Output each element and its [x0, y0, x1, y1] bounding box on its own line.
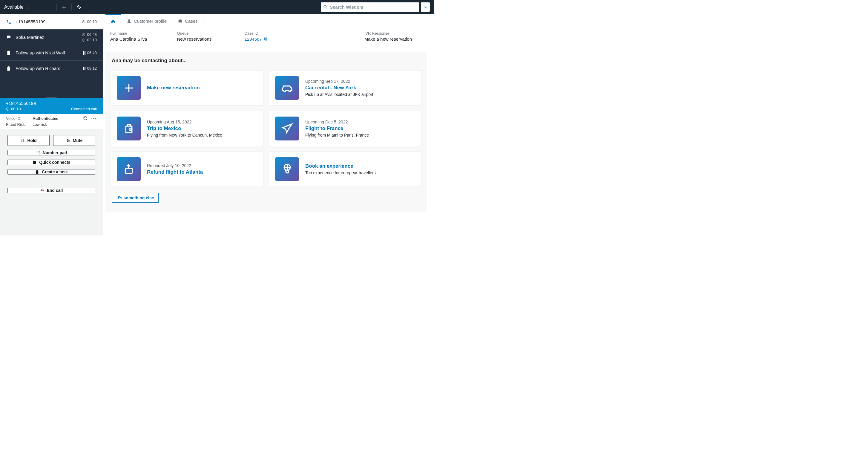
- search-icon: [323, 5, 328, 9]
- wisdom-search-input[interactable]: [330, 4, 417, 9]
- customer-header: Full name Ana Carolina Silva Queue New r…: [103, 28, 434, 46]
- home-icon: [111, 19, 116, 24]
- pause-icon: [20, 138, 25, 143]
- connected-status: Connected call: [71, 107, 97, 111]
- card-title: Refund flight to Atlanta: [147, 169, 203, 175]
- card-title: Book an experience: [305, 163, 376, 169]
- contact-time: 06:43: [87, 51, 97, 55]
- tab-label: Cases: [185, 19, 198, 24]
- tabbar: Customer profile Cases: [103, 14, 434, 28]
- full-name-value: Ana Carolina Silva: [110, 36, 147, 41]
- svg-point-5: [38, 151, 38, 152]
- tab-label: Customer profile: [134, 19, 167, 24]
- svg-rect-15: [265, 38, 267, 40]
- settings-button[interactable]: [76, 4, 83, 10]
- clock-icon: [6, 107, 9, 111]
- panel-resize-handle[interactable]: [0, 76, 103, 98]
- tab-home[interactable]: [105, 14, 121, 28]
- contact-time-2: 02:10: [87, 38, 97, 42]
- voice-id-label: Voice ID:: [6, 116, 30, 121]
- plane-icon: [275, 117, 299, 141]
- pause-icon: [83, 51, 86, 55]
- more-icon[interactable]: ···: [91, 116, 97, 121]
- card-pre: Upcoming Aug 15, 2022: [147, 120, 222, 124]
- card-title: Flight to France: [305, 125, 369, 131]
- tab-cases[interactable]: Cases: [172, 14, 204, 28]
- mute-button[interactable]: Mute: [53, 135, 95, 146]
- wisdom-search-dropdown[interactable]: [421, 2, 430, 12]
- svg-point-11: [38, 154, 38, 154]
- voice-id-value: Authenticated: [33, 116, 59, 121]
- contact-row-task[interactable]: Follow up with Nikki Wolf 06:43: [0, 45, 103, 61]
- suggestion-card-refund-atlanta[interactable]: Refunded July 10, 2022 Refund flight to …: [111, 151, 264, 187]
- fraud-risk-value: Low risk: [33, 122, 47, 127]
- plus-icon: [117, 76, 141, 100]
- sidebar: +19145550199 00:10 Sofia Martinez 06:43 …: [0, 14, 103, 235]
- contact-time: 06:43: [87, 32, 97, 37]
- call-controls: Hold Mute Number pad Quick connects: [0, 129, 103, 199]
- quickconnects-button[interactable]: Quick connects: [7, 159, 95, 165]
- queue-label: Queue: [177, 31, 212, 35]
- connected-number: +19145550199: [6, 101, 97, 106]
- suggestion-card-trip-mexico[interactable]: Upcoming Aug 15, 2022 Trip to Mexico Fly…: [111, 111, 264, 146]
- clock-icon: [82, 20, 86, 24]
- quickconnects-label: Quick connects: [39, 160, 70, 165]
- chat-icon: [6, 35, 11, 40]
- suggestion-card-new-reservation[interactable]: Make new reservation: [111, 70, 264, 106]
- case-id-link[interactable]: 1234567: [244, 36, 267, 41]
- suggestions-panel: Ana may be contacting about... Make new …: [105, 52, 427, 212]
- svg-point-9: [39, 152, 40, 153]
- chevron-down-icon: ⌄: [26, 5, 30, 9]
- contact-row-task[interactable]: Follow up with Richard 08:12: [0, 61, 103, 76]
- contact-row-active-call[interactable]: +19145550199 00:10: [0, 14, 103, 30]
- tab-customer-profile[interactable]: Customer profile: [121, 14, 172, 28]
- contact-list: +19145550199 00:10 Sofia Martinez 06:43 …: [0, 14, 103, 98]
- divider: [87, 4, 87, 11]
- car-icon: [275, 76, 299, 100]
- something-else-button[interactable]: It's something else: [112, 193, 159, 203]
- something-else-label: It's something else: [117, 196, 154, 200]
- contact-time: 00:10: [87, 20, 97, 24]
- luggage-icon: [117, 117, 141, 141]
- hold-button[interactable]: Hold: [7, 135, 50, 146]
- contacts-icon: [32, 160, 37, 165]
- balloon-icon: [275, 157, 299, 181]
- contact-row-chat[interactable]: Sofia Martinez 06:43 02:10: [0, 30, 103, 45]
- contact-time: 08:12: [87, 66, 97, 70]
- contact-label: Sofia Martinez: [16, 35, 78, 40]
- card-title: Make new reservation: [147, 85, 200, 91]
- copy-icon[interactable]: [264, 37, 268, 41]
- voice-id-panel: Voice ID: Authenticated ··· Fraud Risk: …: [0, 114, 103, 129]
- pause-icon: [83, 67, 86, 70]
- queue-value: New reservations: [177, 36, 212, 41]
- phone-icon: [6, 19, 11, 25]
- add-button[interactable]: [61, 4, 67, 10]
- full-name-label: Full name: [110, 31, 147, 35]
- divider: [71, 4, 72, 11]
- endcall-button[interactable]: End call: [7, 188, 95, 193]
- main-panel: Customer profile Cases Full name Ana Car…: [103, 14, 434, 235]
- createtask-button[interactable]: Create a task: [7, 169, 95, 175]
- hold-label: Hold: [27, 138, 36, 143]
- numberpad-label: Number pad: [43, 150, 67, 155]
- svg-point-8: [38, 152, 38, 153]
- agent-status-dropdown[interactable]: Available ⌄: [4, 4, 52, 10]
- card-pre: Refunded July 10, 2022: [147, 163, 203, 168]
- card-desc: Flying from Miami to Paris, France: [305, 133, 369, 138]
- svg-point-12: [39, 154, 40, 154]
- suggestion-card-car-rental[interactable]: Upcoming Sep 17, 2022 Car rental - New Y…: [269, 70, 422, 106]
- svg-point-4: [36, 151, 37, 152]
- suggestion-card-flight-france[interactable]: Upcoming Dec 5, 2022 Flight to France Fl…: [269, 111, 422, 146]
- svg-point-6: [39, 151, 40, 152]
- svg-point-10: [36, 154, 37, 154]
- card-pre: Upcoming Sep 17, 2022: [305, 79, 373, 84]
- fraud-risk-label: Fraud Risk:: [6, 122, 30, 127]
- plus-icon: [61, 4, 67, 10]
- refresh-icon[interactable]: [83, 116, 88, 120]
- createtask-label: Create a task: [42, 170, 68, 174]
- suggestion-card-book-experience[interactable]: Book an experience Top experience for eu…: [269, 151, 422, 187]
- numberpad-button[interactable]: Number pad: [7, 150, 95, 155]
- card-desc: Pick up at Avis located at JFK airport: [305, 92, 373, 97]
- wisdom-search[interactable]: [321, 2, 420, 12]
- ivr-value: Make a new reservation: [364, 36, 412, 41]
